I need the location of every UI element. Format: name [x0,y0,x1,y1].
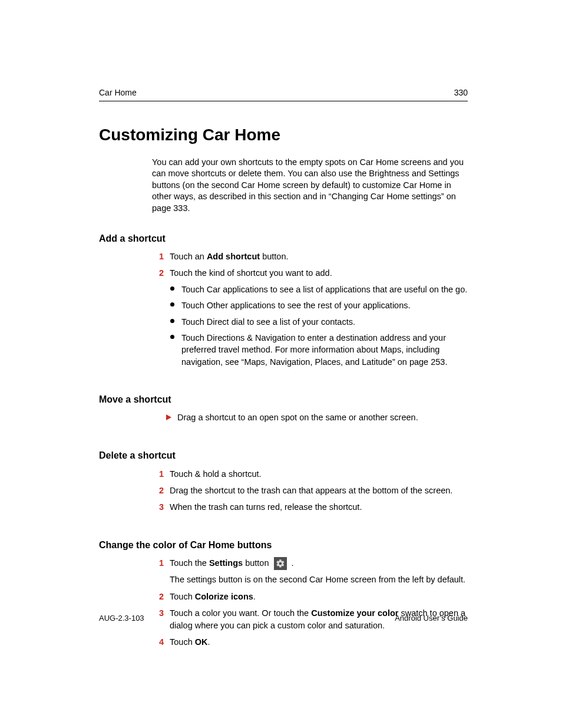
step-body: Touch OK. [170,636,468,648]
bold-text: Add shortcut [207,252,260,261]
text: Touch [181,317,207,327]
step-body: When the trash can turns red, release th… [170,501,468,513]
bold-text: Settings [209,558,243,568]
text: to see a list of applications that are u… [268,285,468,294]
text: . [207,637,210,647]
text: Touch [181,285,207,294]
running-header: Car Home 330 [99,87,468,101]
step-number: 1 [152,557,164,570]
page-footer: AUG-2.3-103 Android User’s Guide [99,613,468,624]
step-number: 4 [152,636,164,648]
step-body: Touch an Add shortcut button. [170,251,468,263]
step-subtext: The settings button is on the second Car… [170,574,468,586]
header-section: Car Home [99,87,137,98]
text: Touch the [170,558,209,568]
text: Touch [170,637,195,647]
step-number: 1 [152,468,164,480]
step-row: 1 Touch the Settings button . [152,557,468,570]
text: to see a list of your contacts. [244,317,355,327]
text: button [243,558,271,568]
step-row: 2 Touch Colorize icons. [152,591,468,603]
bullet-icon [167,284,177,295]
section-heading-move: Move a shortcut [99,393,468,406]
bullet-icon [167,316,177,328]
footer-left: AUG-2.3-103 [99,613,144,624]
step-number: 2 [152,267,164,279]
bullet-body: Touch Other applications to see the rest… [181,299,468,311]
step-body: Touch & hold a shortcut. [170,468,468,480]
text: Touch an [170,252,207,261]
section-heading-delete: Delete a shortcut [99,449,468,462]
section-heading-add: Add a shortcut [99,232,468,245]
text: . [289,558,294,568]
triangle-icon [166,414,171,420]
bullet-row: Touch Car applications to see a list of … [167,284,468,295]
bullet-row: Touch Directions & Navigation to enter a… [167,332,468,368]
bold-text: Directions & Navigation [207,333,296,342]
bullet-row: Touch Other applications to see the rest… [167,299,468,311]
step-number: 3 [152,501,164,513]
step-number: 2 [152,591,164,603]
bullet-icon [167,332,177,368]
step-body: Touch the kind of shortcut you want to a… [170,267,468,279]
step-row: 2 Drag the shortcut to the trash can tha… [152,485,468,497]
bold-text: OK [195,637,208,647]
bullet-body: Touch Direct dial to see a list of your … [181,316,468,328]
step-body: Drag the shortcut to the trash can that … [170,485,468,497]
action-text: Drag a shortcut to an open spot on the s… [177,412,468,424]
bold-text: Other applications [207,301,276,310]
footer-right: Android User’s Guide [395,613,468,624]
intro-paragraph: You can add your own shortcuts to the em… [152,157,468,215]
text: Touch [181,301,207,310]
bold-text: Colorize icons [195,592,253,601]
step-row: 1 Touch an Add shortcut button. [152,251,468,263]
action-row: Drag a shortcut to an open spot on the s… [166,412,468,424]
bullet-body: Touch Car applications to see a list of … [181,284,468,295]
bullet-icon [167,299,177,311]
step-row: 1 Touch & hold a shortcut. [152,468,468,480]
step-number: 2 [152,485,164,497]
settings-icon [274,557,287,570]
text: . [253,592,256,601]
step-row: 2 Touch the kind of shortcut you want to… [152,267,468,279]
section-heading-color: Change the color of Car Home buttons [99,539,468,552]
step-row: 3 When the trash can turns red, release … [152,501,468,513]
text: to see the rest of your applications. [276,301,411,310]
bold-text: Car applications [207,285,268,294]
bullet-body: Touch Directions & Navigation to enter a… [181,332,468,368]
step-body: Touch Colorize icons. [170,591,468,603]
page-title: Customizing Car Home [99,124,468,146]
text: button. [260,252,288,261]
text: Touch [170,592,195,601]
step-body: Touch the Settings button . [170,557,468,570]
bullet-row: Touch Direct dial to see a list of your … [167,316,468,328]
step-number: 1 [152,251,164,263]
bold-text: Direct dial [207,317,244,327]
header-page-number: 330 [454,87,468,98]
text: Touch [181,333,207,342]
document-page: Car Home 330 Customizing Car Home You ca… [0,0,562,728]
step-row: 4 Touch OK. [152,636,468,648]
